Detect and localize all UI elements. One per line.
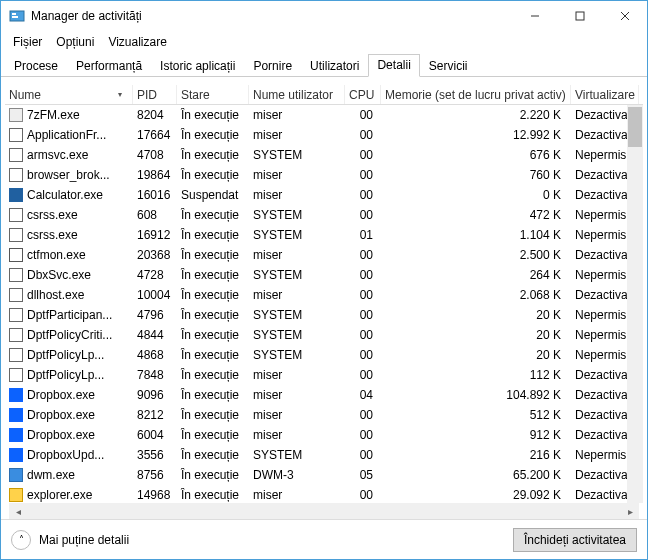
tab-performance[interactable]: Performanță	[67, 55, 151, 77]
process-pid: 4728	[133, 268, 177, 282]
process-pid: 8756	[133, 468, 177, 482]
process-icon	[9, 208, 23, 222]
table-row[interactable]: csrss.exe608În execuțieSYSTEM00472 KNepe…	[5, 205, 643, 225]
process-icon	[9, 248, 23, 262]
menu-view[interactable]: Vizualizare	[102, 33, 172, 51]
col-pid[interactable]: PID	[133, 85, 177, 104]
table-row[interactable]: Dropbox.exe9096În execuțiemiser04104.892…	[5, 385, 643, 405]
grid-body[interactable]: 7zFM.exe8204În execuțiemiser002.220 KDez…	[5, 105, 643, 503]
process-cpu: 00	[345, 308, 381, 322]
process-name: ctfmon.exe	[27, 248, 86, 262]
tab-apphistory[interactable]: Istoric aplicații	[151, 55, 244, 77]
process-mem: 0 K	[381, 188, 571, 202]
table-row[interactable]: DropboxUpd...3556În execuțieSYSTEM00216 …	[5, 445, 643, 465]
process-name: DptfParticipan...	[27, 308, 112, 322]
menu-file[interactable]: Fișier	[7, 33, 48, 51]
col-name[interactable]: Nume▾	[5, 85, 133, 104]
process-cpu: 00	[345, 128, 381, 142]
table-row[interactable]: ctfmon.exe20368În execuțiemiser002.500 K…	[5, 245, 643, 265]
tab-processes[interactable]: Procese	[5, 55, 67, 77]
details-grid: Nume▾ PID Stare Nume utilizator CPU Memo…	[1, 77, 647, 519]
table-row[interactable]: Dropbox.exe8212În execuțiemiser00512 KDe…	[5, 405, 643, 425]
tab-users[interactable]: Utilizatori	[301, 55, 368, 77]
scroll-left-icon[interactable]: ◂	[11, 506, 25, 517]
close-button[interactable]	[602, 1, 647, 31]
tab-details[interactable]: Detalii	[368, 54, 419, 77]
table-row[interactable]: DptfParticipan...4796În execuțieSYSTEM00…	[5, 305, 643, 325]
table-row[interactable]: explorer.exe14968În execuțiemiser0029.09…	[5, 485, 643, 503]
process-mem: 676 K	[381, 148, 571, 162]
table-row[interactable]: armsvc.exe4708În execuțieSYSTEM00676 KNe…	[5, 145, 643, 165]
process-cpu: 01	[345, 228, 381, 242]
tabbar: Procese Performanță Istoric aplicații Po…	[1, 53, 647, 77]
process-state: În execuție	[177, 148, 249, 162]
process-mem: 760 K	[381, 168, 571, 182]
end-task-button[interactable]: Închideți activitatea	[513, 528, 637, 552]
process-state: În execuție	[177, 428, 249, 442]
process-icon	[9, 348, 23, 362]
process-cpu: 00	[345, 408, 381, 422]
process-mem: 472 K	[381, 208, 571, 222]
col-uac[interactable]: Virtualizare UAC	[571, 85, 639, 104]
maximize-button[interactable]	[557, 1, 602, 31]
process-pid: 17664	[133, 128, 177, 142]
process-icon	[9, 188, 23, 202]
window-controls	[512, 1, 647, 31]
process-mem: 216 K	[381, 448, 571, 462]
process-icon	[9, 488, 23, 502]
table-row[interactable]: Calculator.exe16016Suspendatmiser000 KDe…	[5, 185, 643, 205]
process-cpu: 00	[345, 328, 381, 342]
table-row[interactable]: DptfPolicyLp...4868În execuțieSYSTEM0020…	[5, 345, 643, 365]
process-name: Dropbox.exe	[27, 388, 95, 402]
process-icon	[9, 288, 23, 302]
process-cpu: 00	[345, 288, 381, 302]
table-row[interactable]: ApplicationFr...17664În execuțiemiser001…	[5, 125, 643, 145]
process-cpu: 00	[345, 268, 381, 282]
scroll-right-icon[interactable]: ▸	[623, 506, 637, 517]
table-row[interactable]: Dropbox.exe6004În execuțiemiser00912 KDe…	[5, 425, 643, 445]
tab-services[interactable]: Servicii	[420, 55, 477, 77]
fewer-details-icon[interactable]: ˄	[11, 530, 31, 550]
vertical-scrollbar[interactable]	[627, 105, 643, 503]
minimize-button[interactable]	[512, 1, 557, 31]
process-mem: 65.200 K	[381, 468, 571, 482]
table-row[interactable]: dllhost.exe10004În execuțiemiser002.068 …	[5, 285, 643, 305]
process-user: SYSTEM	[249, 308, 345, 322]
process-icon	[9, 128, 23, 142]
process-user: miser	[249, 248, 345, 262]
table-row[interactable]: DptfPolicyCriti...4844În execuțieSYSTEM0…	[5, 325, 643, 345]
process-state: În execuție	[177, 108, 249, 122]
process-mem: 2.220 K	[381, 108, 571, 122]
process-name: ApplicationFr...	[27, 128, 106, 142]
table-row[interactable]: 7zFM.exe8204În execuțiemiser002.220 KDez…	[5, 105, 643, 125]
table-row[interactable]: DptfPolicyLp...7848În execuțiemiser00112…	[5, 365, 643, 385]
process-cpu: 00	[345, 428, 381, 442]
process-state: În execuție	[177, 288, 249, 302]
process-icon	[9, 428, 23, 442]
col-user[interactable]: Nume utilizator	[249, 85, 345, 104]
app-icon	[9, 8, 25, 24]
table-row[interactable]: DbxSvc.exe4728În execuțieSYSTEM00264 KNe…	[5, 265, 643, 285]
process-state: În execuție	[177, 208, 249, 222]
process-pid: 608	[133, 208, 177, 222]
scroll-thumb[interactable]	[628, 107, 642, 147]
process-user: miser	[249, 108, 345, 122]
col-state[interactable]: Stare	[177, 85, 249, 104]
table-row[interactable]: csrss.exe16912În execuțieSYSTEM011.104 K…	[5, 225, 643, 245]
process-user: SYSTEM	[249, 328, 345, 342]
process-mem: 264 K	[381, 268, 571, 282]
table-row[interactable]: dwm.exe8756În execuțieDWM-30565.200 KDez…	[5, 465, 643, 485]
menu-options[interactable]: Opțiuni	[50, 33, 100, 51]
table-row[interactable]: browser_brok...19864În execuțiemiser0076…	[5, 165, 643, 185]
col-mem[interactable]: Memorie (set de lucru privat activ)	[381, 85, 571, 104]
process-user: SYSTEM	[249, 348, 345, 362]
fewer-details-label[interactable]: Mai puține detalii	[39, 533, 129, 547]
col-cpu[interactable]: CPU	[345, 85, 381, 104]
process-user: SYSTEM	[249, 148, 345, 162]
tab-startup[interactable]: Pornire	[244, 55, 301, 77]
window-title: Manager de activități	[31, 9, 512, 23]
process-user: miser	[249, 188, 345, 202]
horizontal-scrollbar[interactable]: ◂ ▸	[9, 503, 639, 519]
column-headers: Nume▾ PID Stare Nume utilizator CPU Memo…	[5, 85, 643, 105]
process-state: În execuție	[177, 348, 249, 362]
